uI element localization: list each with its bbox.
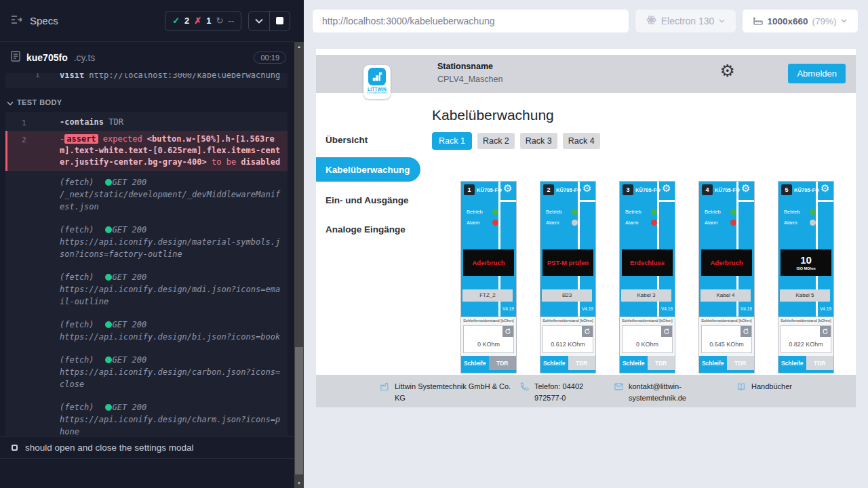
rack-tab-3[interactable]: Rack 3 [520,133,557,149]
fetch-url: https://api.iconify.design/bi.json?icons… [60,331,283,343]
cable-name: Kabel 3 [621,289,671,302]
browser-selector[interactable]: Electron 130 [635,9,736,33]
sidebar-item-kabelüberwachung[interactable]: Kabelüberwachung [316,157,420,182]
reporter-scrollbar[interactable]: ▲ ▼ [294,0,304,488]
pending-count: -- [228,16,234,26]
card-bottom-strip [778,370,833,373]
device-card-4: 4KÜ705-FO⚙BetriebAlarmAderbruchKabel 4V4… [698,181,755,373]
book-icon [736,381,747,395]
firmware-version: V4.19 [502,306,514,311]
status-display: Erdschluss [622,249,673,276]
collapse-button[interactable] [249,12,269,30]
command-args: http://localhost:3000/kabelueberwachung [89,73,280,80]
rack-tabs: Rack 1Rack 2Rack 3Rack 4 [432,132,600,150]
refresh-button[interactable] [661,326,672,337]
status-ok-dot [105,357,112,363]
schleife-button[interactable]: Schleife [540,356,568,370]
fetch-log-row[interactable]: (fetch)GET 200https://api.iconify.design… [5,396,288,436]
run-controls [248,11,290,31]
rack-tab-4[interactable]: Rack 4 [563,133,600,149]
alarm-status-text: Aderbruch [710,259,743,266]
cable-name: Kabel 4 [701,289,751,302]
app-footer: Littwin Systemtechnik GmbH & Co. KGTelef… [316,375,856,407]
footer-item-phone: Telefon: 04402 972577-0 [519,381,614,403]
device-model: KÜ705-FO [715,187,740,193]
logout-button[interactable]: Abmelden [788,64,846,83]
resistance-display: 0 KOhm [463,325,514,353]
spec-file-row[interactable]: kue705fo.cy.ts 00:19 [0,42,294,73]
device-card-2: 2KÜ705-FO⚙BetriebAlarmPST-M prüfenB23V4.… [540,181,596,373]
rack-tab-1[interactable]: Rack 1 [432,132,472,150]
status-ok-dot [105,321,112,328]
stop-button[interactable] [269,12,290,30]
sidebar-item-übersicht[interactable]: Übersicht [326,135,368,145]
refresh-button[interactable] [820,326,831,337]
refresh-button[interactable] [582,326,593,337]
scroll-up-button[interactable]: ▲ [294,42,304,52]
tdr-button[interactable]: TDR [489,356,517,370]
assert-state: disabled [241,157,280,167]
device-settings-icon[interactable]: ⚙ [662,183,671,193]
scrollbar-thumb[interactable] [295,347,303,474]
fetch-log-row[interactable]: (fetch)GET 200https://api.iconify.design… [5,218,288,266]
fetch-log-row[interactable]: (fetch)GET 200https://api.iconify.design… [5,266,288,313]
betrieb-led [572,209,578,215]
fetch-log-row[interactable]: (fetch)GET 200https://api.iconify.design… [5,313,288,348]
specs-menu-icon[interactable] [11,14,23,28]
refresh-button[interactable] [502,326,513,337]
logo-subtext: SYSTEMTECHNIK [367,92,387,94]
betrieb-label: Betrieb [546,209,562,215]
contains-command[interactable]: 1 -contains TDR [5,114,288,131]
device-settings-icon[interactable]: ⚙ [503,183,512,193]
device-number: 5 [781,184,792,195]
tdr-button[interactable]: TDR [727,356,755,370]
device-panel: 4KÜ705-FO⚙BetriebAlarmAderbruchKabel 4V4… [699,182,754,317]
littwin-logo-icon [368,68,386,85]
schleife-button[interactable]: Schleife [699,356,727,370]
scroll-down-button[interactable]: ▼ [294,479,304,488]
rack-tab-2[interactable]: Rack 2 [477,133,515,149]
footer-item-book[interactable]: Handbücher [736,381,792,395]
iso-value: 10 [800,255,812,266]
tdr-button[interactable]: TDR [806,356,834,370]
viewport-selector[interactable]: 1000x660 (79%) [742,9,859,33]
device-card-5: 5KÜ705-FO⚙BetriebAlarm10ISO MOhmKabel 5V… [778,181,834,373]
alarm-label: Alarm [784,220,797,226]
resistance-label: Schleifenwiderstand [kOhm] [699,317,754,323]
device-settings-icon[interactable]: ⚙ [741,183,750,193]
settings-gear-icon[interactable]: ⚙ [720,62,735,79]
visit-command[interactable]: 1 visit http://localhost:3000/kabelueber… [5,73,288,88]
footer-text: Handbücher [751,381,792,395]
pending-test-row[interactable]: should open and close the settings modal [0,436,294,459]
fetch-log-row[interactable]: (fetch)GET 200https://api.iconify.design… [5,348,288,396]
url-bar[interactable]: http://localhost:3000/kabelueberwachung [312,9,629,33]
sidebar-item-analoge-eingänge[interactable]: Analoge Eingänge [326,224,406,235]
fetch-url: /_next/static/development/_devMiddleware… [60,188,283,213]
schleife-button[interactable]: Schleife [620,356,648,370]
device-settings-icon[interactable]: ⚙ [583,183,591,193]
card-bottom-strip [699,370,754,373]
betrieb-label: Betrieb [467,209,483,215]
device-model: KÜ705-FO [556,187,581,193]
status-ok-dot [105,179,112,186]
sidebar-item-ein-und-ausgänge[interactable]: Ein- und Ausgänge [326,195,409,205]
tdr-button[interactable]: TDR [568,356,596,370]
schleife-button[interactable]: Schleife [461,356,489,370]
alarm-label: Alarm [705,220,718,226]
betrieb-led [810,209,816,215]
alarm-led [492,220,498,226]
resistance-display: 0.822 KOhm [781,325,831,353]
betrieb-label: Betrieb [705,209,721,215]
fetch-log-row[interactable]: (fetch)GET 200/_next/static/development/… [5,171,288,218]
cable-name: B23 [542,289,592,302]
schleife-button[interactable]: Schleife [778,356,806,370]
device-settings-icon[interactable]: ⚙ [821,183,829,193]
assert-command-failed[interactable]: 2 -assert expected <button.w-[50%].h-[1.… [5,131,288,171]
tdr-button[interactable]: TDR [648,356,675,370]
test-body-header[interactable]: TEST BODY [5,98,288,106]
refresh-button[interactable] [741,326,751,337]
page-title: Kabelüberwachung [432,107,554,123]
status-ok-dot [105,274,112,281]
betrieb-led [492,209,498,215]
failed-icon: ✗ [194,16,201,26]
